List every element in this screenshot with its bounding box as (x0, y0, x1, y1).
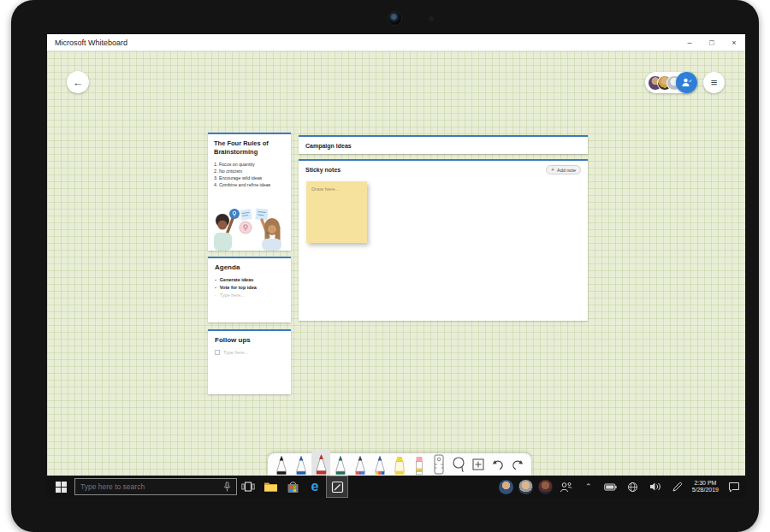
clock-time: 2:30 PM (692, 480, 719, 488)
card-campaign-ideas[interactable]: Campaign Ideas (299, 135, 588, 154)
edge-icon: e (311, 480, 319, 494)
card-title: The Four Rules of Brainstorming (208, 134, 291, 159)
people-bar-avatar[interactable] (538, 480, 553, 494)
network-button[interactable] (622, 476, 644, 498)
pen-icon (672, 482, 683, 493)
file-explorer-button[interactable] (259, 476, 281, 498)
task-view-button[interactable] (237, 476, 259, 498)
card-agenda[interactable]: Agenda - Generate ideas - Vote for top i… (208, 257, 291, 322)
close-button[interactable]: × (723, 34, 745, 50)
tool-rainbow-pen[interactable] (370, 453, 389, 476)
eraser-icon (412, 455, 427, 476)
list-item: 1. Focus on quantity (214, 161, 285, 168)
ruler-icon (432, 454, 446, 475)
folder-icon (264, 481, 278, 493)
person-add-icon (681, 77, 692, 88)
store-icon (287, 481, 299, 494)
collaborators-pill[interactable] (645, 72, 697, 93)
menu-button[interactable]: ≡ (703, 72, 725, 93)
tool-galaxy-pen[interactable] (351, 453, 370, 476)
notification-icon (728, 482, 740, 493)
rules-list: 1. Focus on quantity 2. No criticism 3. … (208, 159, 291, 189)
tool-green-pen[interactable] (331, 453, 350, 476)
light-sensor-icon (429, 16, 434, 21)
screen: Microsoft Whiteboard – □ × ← (47, 34, 745, 498)
tool-blue-pen[interactable] (292, 453, 311, 476)
list-item: 3. Encourage wild ideas (214, 174, 285, 181)
sticky-note[interactable]: Draw here... (306, 181, 367, 243)
plus-icon: + (551, 167, 554, 173)
window-controls: – □ × (678, 34, 745, 50)
agenda-item-placeholder[interactable]: - Type here... (208, 290, 291, 298)
clock-date: 5/28/2019 (692, 487, 719, 494)
agenda-item-text: Vote for top idea (220, 285, 257, 290)
black-pen-icon (274, 455, 289, 476)
pen-toolbar (268, 453, 531, 476)
ink-workspace-button[interactable] (666, 476, 689, 498)
card-sticky-notes[interactable]: Sticky notes + Add note Draw here... (299, 159, 588, 321)
list-item: 4. Combine and refine ideas (214, 181, 285, 188)
sticky-note-placeholder: Draw here... (306, 181, 367, 192)
tool-undo[interactable] (489, 453, 507, 476)
tool-lasso-select[interactable] (449, 453, 468, 476)
action-center-button[interactable] (723, 476, 745, 498)
redo-icon (511, 458, 524, 471)
undo-icon (491, 458, 505, 471)
add-note-button[interactable]: + Add note (546, 165, 581, 174)
tool-insert[interactable] (469, 453, 488, 476)
back-arrow-icon: ← (73, 76, 84, 89)
todo-item[interactable]: Type here... (208, 348, 291, 355)
rainbow-pen-icon (372, 455, 388, 476)
start-button[interactable] (47, 476, 74, 498)
edge-button[interactable]: e (304, 476, 326, 498)
card-title: Follow ups (208, 331, 291, 348)
card-four-rules[interactable]: The Four Rules of Brainstorming 1. Focus… (208, 133, 291, 251)
checkbox[interactable] (215, 350, 220, 355)
search-input[interactable] (80, 482, 219, 491)
taskbar-search[interactable] (74, 478, 237, 495)
whiteboard-app-button[interactable] (326, 476, 348, 498)
tool-ruler[interactable] (429, 453, 448, 476)
blue-pen-icon (293, 455, 309, 476)
agenda-item[interactable]: - Generate ideas (208, 275, 291, 282)
volume-button[interactable] (644, 476, 666, 498)
network-globe-icon (627, 482, 638, 493)
whiteboard-canvas[interactable]: ← ≡ (47, 51, 745, 476)
taskbar-clock[interactable]: 2:30 PM 5/28/2019 (692, 480, 719, 494)
tablet-bezel: Microsoft Whiteboard – □ × ← (11, 0, 759, 532)
battery-button[interactable] (600, 476, 622, 498)
bullet: - (215, 277, 216, 282)
bullet: - (215, 293, 216, 298)
task-view-icon (241, 481, 255, 493)
insert-grid-icon (471, 458, 485, 471)
people-bar-avatar[interactable] (518, 480, 533, 494)
tool-black-pen[interactable] (272, 453, 291, 476)
tool-highlighter[interactable] (390, 453, 409, 476)
agenda-item-text: Generate ideas (220, 277, 253, 282)
red-pen-icon (313, 453, 329, 476)
people-button[interactable] (555, 476, 578, 498)
battery-icon (604, 483, 617, 491)
tool-redo[interactable] (508, 453, 527, 476)
placeholder-text: Type here... (223, 350, 248, 355)
maximize-button[interactable]: □ (701, 34, 723, 50)
green-pen-icon (333, 455, 348, 476)
agenda-item[interactable]: - Vote for top idea (208, 282, 291, 290)
invite-button[interactable] (676, 72, 697, 93)
tool-red-pen[interactable] (311, 450, 330, 476)
tool-eraser[interactable] (410, 453, 429, 476)
card-follow-ups[interactable]: Follow ups Type here... (208, 329, 291, 394)
brainstorming-illustration (208, 194, 291, 251)
people-bar-avatar[interactable] (499, 480, 513, 494)
microphone-icon[interactable] (223, 482, 231, 493)
bullet: - (215, 285, 216, 290)
speaker-icon (649, 482, 661, 492)
back-button[interactable]: ← (67, 71, 89, 93)
camera-icon (388, 11, 402, 26)
hamburger-icon: ≡ (711, 76, 718, 89)
people-icon (560, 482, 572, 493)
placeholder-text: Type here... (220, 293, 245, 298)
microsoft-store-button[interactable] (281, 476, 304, 498)
minimize-button[interactable]: – (678, 34, 701, 50)
show-hidden-icons-button[interactable]: ⌃ (578, 476, 600, 498)
